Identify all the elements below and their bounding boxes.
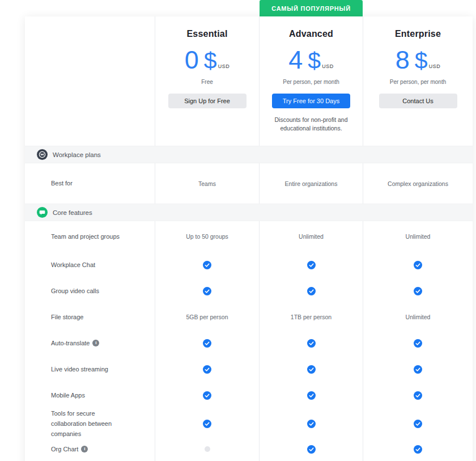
feature-value-cell xyxy=(363,356,473,382)
check-icon xyxy=(307,287,316,295)
price-amount: 0 xyxy=(185,47,199,73)
check-icon xyxy=(414,365,422,374)
feature-row: Tools for secure collaboration between c… xyxy=(25,408,473,436)
feature-row: Group video calls xyxy=(25,278,473,304)
plan-period: Per person, per month xyxy=(283,79,339,85)
feature-value-cell xyxy=(155,382,259,408)
feature-value-cell xyxy=(363,436,473,461)
check-icon xyxy=(414,287,422,295)
feature-value-cell xyxy=(259,382,363,408)
price-amount: 4 xyxy=(288,47,303,73)
feature-value-cell xyxy=(155,278,259,304)
check-icon xyxy=(414,261,422,269)
check-icon xyxy=(414,420,422,428)
plan-name: Essential xyxy=(186,29,227,39)
plan-column: Enterprise 8 $ USD Per person, per month… xyxy=(363,16,473,146)
check-icon xyxy=(203,287,211,295)
feature-row: Auto-translatei xyxy=(25,330,473,356)
feature-label: Workplace Chat xyxy=(25,252,155,278)
feature-value-text: Unlimited xyxy=(363,304,473,330)
feature-value-cell xyxy=(363,252,473,278)
check-icon xyxy=(307,391,316,400)
feature-row: Live video streaming xyxy=(25,356,473,382)
section-band: Workplace plans xyxy=(25,146,473,163)
chat-bubble-icon xyxy=(37,207,48,218)
check-icon xyxy=(307,261,316,269)
check-icon xyxy=(307,445,316,454)
plan-price: 0 $ USD xyxy=(185,47,230,73)
pricing-table: Essential 0 $ USD Free Sign Up for Free … xyxy=(25,16,473,461)
feature-value-cell xyxy=(363,278,473,304)
check-icon xyxy=(414,445,422,454)
feature-label: Group video calls xyxy=(25,278,155,304)
feature-value-text: Up to 50 groups xyxy=(155,221,259,252)
price-currency-code: USD xyxy=(429,64,441,69)
feature-label: File storage xyxy=(25,304,155,330)
feature-value-text: 1TB per person xyxy=(259,304,363,330)
check-icon xyxy=(203,391,211,400)
feature-value-cell xyxy=(259,356,363,382)
plan-name: Enterprise xyxy=(395,29,441,39)
price-currency: $ xyxy=(308,49,321,73)
plan-column: Advanced 4 $ USD Per person, per month T… xyxy=(259,16,363,146)
plan-name: Advanced xyxy=(289,29,333,39)
feature-label: Mobile Apps xyxy=(25,382,155,408)
feature-value-cell xyxy=(155,252,259,278)
feature-value-text: Complex organizations xyxy=(363,163,473,204)
feature-row: Workplace Chat xyxy=(25,252,473,278)
plan-period: Per person, per month xyxy=(390,79,447,85)
section-title: Workplace plans xyxy=(53,151,101,158)
price-currency: $ xyxy=(204,49,217,73)
most-popular-badge: САМЫЙ ПОПУЛЯРНЫЙ xyxy=(260,0,363,16)
feature-value-cell xyxy=(259,436,363,461)
plan-period: Free xyxy=(201,79,213,85)
info-icon[interactable]: i xyxy=(81,446,88,452)
plan-cta-button[interactable]: Contact Us xyxy=(379,94,457,108)
feature-label: Auto-translatei xyxy=(25,330,155,356)
feature-value-cell xyxy=(259,278,363,304)
feature-value-cell xyxy=(155,436,259,461)
feature-value-cell xyxy=(363,330,473,356)
check-icon xyxy=(414,391,422,400)
price-amount: 8 xyxy=(396,47,410,73)
not-included-dot-icon xyxy=(205,446,210,452)
feature-label: Org Charti xyxy=(25,436,155,461)
feature-label: Tools for secure collaboration between c… xyxy=(25,408,155,439)
check-icon xyxy=(307,365,316,374)
info-icon[interactable]: i xyxy=(92,340,99,346)
feature-row: File storage5GB per person1TB per person… xyxy=(25,304,473,330)
section-title: Core features xyxy=(53,209,92,216)
feature-value-text: Unlimited xyxy=(259,221,363,252)
feature-value-cell xyxy=(155,356,259,382)
check-icon xyxy=(414,339,422,348)
feature-label: Team and project groups xyxy=(25,221,155,252)
plan-price: 4 $ USD xyxy=(288,47,333,73)
plan-note: Discounts for non-profit and educational… xyxy=(266,116,356,133)
check-icon xyxy=(307,339,316,348)
feature-row: Mobile Apps xyxy=(25,382,473,408)
feature-row: Best forTeamsEntire organizationsComplex… xyxy=(25,163,473,204)
plan-header-spacer xyxy=(25,16,155,146)
feature-value-cell xyxy=(259,252,363,278)
plan-cta-button[interactable]: Sign Up for Free xyxy=(168,94,246,108)
feature-row: Org Charti xyxy=(25,436,473,461)
workplace-logo-icon xyxy=(37,149,48,160)
check-icon xyxy=(203,261,211,269)
feature-value-cell xyxy=(155,408,259,439)
plan-price: 8 $ USD xyxy=(396,47,440,73)
feature-value-cell xyxy=(363,382,473,408)
plan-cta-button[interactable]: Try Free for 30 Days xyxy=(272,94,350,108)
feature-value-cell xyxy=(259,330,363,356)
check-icon xyxy=(203,365,211,374)
feature-value-text: Teams xyxy=(155,163,259,204)
feature-value-cell xyxy=(259,408,363,439)
price-currency: $ xyxy=(415,49,428,73)
price-currency-code: USD xyxy=(218,64,230,69)
feature-value-cell xyxy=(155,330,259,356)
feature-label: Live video streaming xyxy=(25,356,155,382)
plan-column: Essential 0 $ USD Free Sign Up for Free xyxy=(155,16,259,146)
section-band: Core features xyxy=(25,204,473,221)
feature-value-text: 5GB per person xyxy=(155,304,259,330)
feature-row: Team and project groupsUp to 50 groupsUn… xyxy=(25,221,473,252)
pricing-page: САМЫЙ ПОПУЛЯРНЫЙ Essential 0 $ USD Free … xyxy=(0,0,476,461)
